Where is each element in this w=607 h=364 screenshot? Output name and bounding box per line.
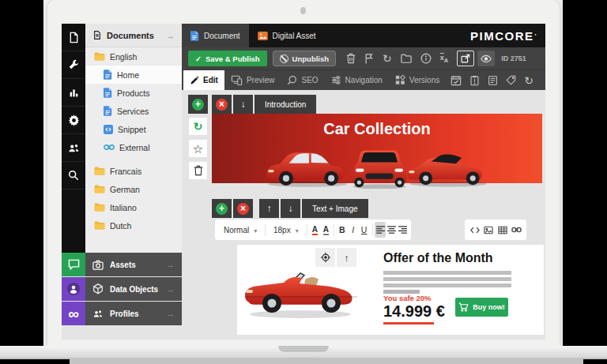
align-right-button[interactable] xyxy=(397,222,408,238)
rail-item-reports[interactable] xyxy=(62,79,85,107)
info-icon[interactable] xyxy=(420,53,432,64)
snippet-icon xyxy=(104,125,113,134)
divider xyxy=(265,223,266,236)
move-down-button[interactable] xyxy=(281,199,300,218)
rail-item-search[interactable] xyxy=(62,162,85,190)
insert-link-button[interactable] xyxy=(510,222,524,238)
tree-item-label: German xyxy=(110,185,140,194)
block-type-label: Text + Image xyxy=(302,199,368,218)
devices-icon xyxy=(231,75,243,85)
tab-preview[interactable]: Preview xyxy=(224,70,281,90)
unpublish-button[interactable]: Unpublish xyxy=(273,51,336,66)
rail-item-settings[interactable] xyxy=(62,107,85,134)
document-icon xyxy=(68,32,80,43)
chat-square[interactable] xyxy=(62,253,85,276)
tree-item-dutch[interactable]: Dutch xyxy=(85,216,182,235)
rail-item-documents[interactable] xyxy=(62,24,85,51)
remove-block-button[interactable] xyxy=(212,95,232,114)
chevron-down-icon xyxy=(254,226,257,235)
price-underline xyxy=(383,322,434,325)
size-value: 18px xyxy=(273,226,291,235)
notes-icon[interactable] xyxy=(488,75,498,86)
rail-item-users[interactable] xyxy=(62,134,85,162)
arrow-down-icon xyxy=(288,203,293,214)
tree-item-products[interactable]: Products xyxy=(85,84,182,102)
tree-item-snippet[interactable]: Snippet xyxy=(85,120,182,138)
reload-icon[interactable] xyxy=(383,53,392,64)
add-block-button[interactable] xyxy=(212,199,232,218)
bottom-nav: Assets Data Objects Profiles xyxy=(85,253,182,326)
source-code-button[interactable] xyxy=(468,222,482,238)
highlight-color-button[interactable]: A xyxy=(320,222,331,238)
chat-bubble-icon xyxy=(68,259,80,271)
action-toolbar: Save & Publish Unpublish xA xyxy=(182,47,545,69)
folder-outline-icon[interactable] xyxy=(401,54,412,63)
introduction-block-header: Introduction xyxy=(212,95,316,114)
tab-label: Preview xyxy=(247,76,275,84)
laptop-base-notch xyxy=(278,346,329,352)
tab-edit[interactable]: Edit xyxy=(183,70,224,90)
tree-item-italiano[interactable]: Italiano xyxy=(85,198,182,216)
nav-data-objects[interactable]: Data Objects xyxy=(85,277,182,301)
profile-square[interactable] xyxy=(62,277,85,301)
underline-button[interactable]: U xyxy=(359,222,370,238)
pencil-icon xyxy=(190,76,199,85)
add-block-button[interactable] xyxy=(188,95,208,114)
tree-item-label: Francais xyxy=(110,167,141,176)
nav-assets[interactable]: Assets xyxy=(85,253,182,276)
tree-item-home[interactable]: Home xyxy=(85,66,182,84)
tab-navigation[interactable]: Navigation xyxy=(325,70,389,90)
clipboard-alert-icon[interactable] xyxy=(469,75,480,86)
translate-icon[interactable]: xA xyxy=(440,54,448,64)
buy-now-button[interactable]: Buy now! xyxy=(455,298,508,317)
bold-button[interactable]: B xyxy=(337,222,348,238)
tab-label: Digital Asset xyxy=(273,32,316,40)
italic-button[interactable]: I xyxy=(348,222,359,238)
align-left-button[interactable] xyxy=(375,222,386,238)
text-image-block-header: Text + Image xyxy=(212,199,368,218)
refresh-button[interactable] xyxy=(188,117,208,136)
tab-label: SEO xyxy=(301,76,318,84)
tree-item-francais[interactable]: Francais xyxy=(85,162,182,180)
preview-eye-button[interactable] xyxy=(477,51,495,66)
paragraph-format-dropdown[interactable]: Normal xyxy=(218,226,262,235)
move-down-button[interactable] xyxy=(233,95,253,114)
favorite-button[interactable] xyxy=(188,139,208,158)
tree-item-services[interactable]: Services xyxy=(85,102,182,120)
align-center-button[interactable] xyxy=(386,222,397,238)
remove-block-button[interactable] xyxy=(233,199,253,218)
tab-digital-asset[interactable]: Digital Asset xyxy=(249,24,325,47)
tab-label: Document xyxy=(204,32,240,40)
tab-seo[interactable]: SEO xyxy=(281,70,324,90)
nav-label: Profiles xyxy=(110,310,160,318)
tree-header-documents[interactable]: Documents xyxy=(85,24,182,47)
insert-table-button[interactable] xyxy=(496,222,510,238)
tree-header-label: Documents xyxy=(107,31,161,40)
car-collection-banner[interactable]: Car Collection xyxy=(212,114,542,183)
chevron-right-icon xyxy=(166,31,175,40)
move-up-button[interactable] xyxy=(259,199,279,218)
tab-versions[interactable]: Versions xyxy=(389,70,446,90)
trash-icon[interactable] xyxy=(346,53,356,64)
flag-icon[interactable] xyxy=(364,53,374,64)
rail-item-tools[interactable] xyxy=(62,51,85,79)
sync-icon[interactable] xyxy=(524,75,533,86)
tag-icon[interactable] xyxy=(506,75,516,85)
target-button[interactable] xyxy=(315,248,335,267)
calendar-check-icon[interactable] xyxy=(451,75,462,86)
tab-document[interactable]: Document xyxy=(182,24,249,47)
tree-item-external[interactable]: External xyxy=(85,138,182,156)
tree-item-english[interactable]: English xyxy=(85,47,182,66)
open-external-button[interactable] xyxy=(457,51,474,66)
font-size-dropdown[interactable]: 18px xyxy=(268,226,304,235)
unpublish-label: Unpublish xyxy=(292,54,329,63)
move-up-button[interactable] xyxy=(337,248,356,267)
nav-profiles[interactable]: Profiles xyxy=(85,302,182,325)
tree-item-german[interactable]: German xyxy=(85,180,182,198)
font-color-button[interactable]: A xyxy=(309,222,320,238)
delete-button[interactable] xyxy=(188,161,208,180)
wysiwyg-insert-group xyxy=(465,220,526,240)
infinity-square[interactable]: ∞ xyxy=(62,302,85,325)
insert-image-button[interactable] xyxy=(482,222,496,238)
save-publish-button[interactable]: Save & Publish xyxy=(188,51,267,66)
